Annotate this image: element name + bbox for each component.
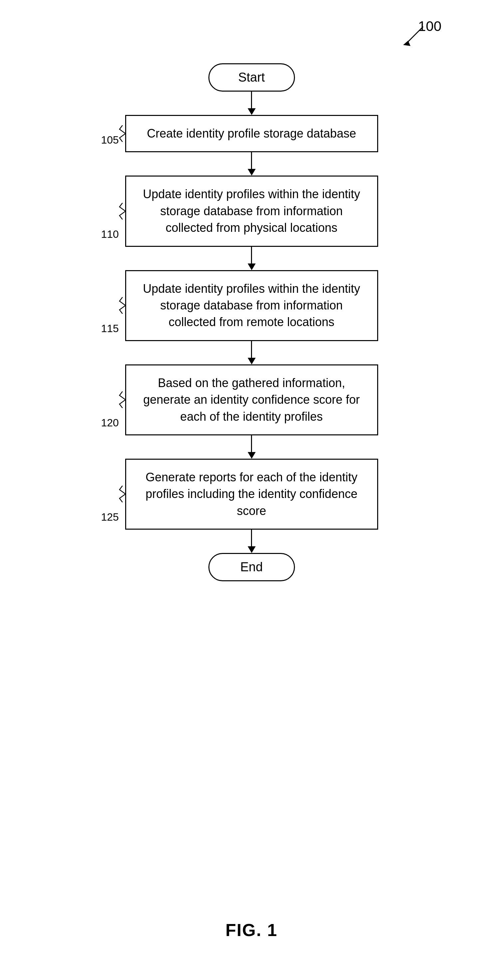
arrow-110-to-115 <box>248 247 255 270</box>
start-terminal: Start <box>208 63 295 92</box>
process-box-105: 105 Create identity profile storage data… <box>125 115 378 152</box>
step-110-label: 110 <box>101 227 119 242</box>
step-120-text: Based on the gathered information, gener… <box>143 376 360 423</box>
break-mark-115 <box>119 297 126 314</box>
arrow-120-to-125 <box>248 435 255 459</box>
step-115-label: 115 <box>101 321 119 336</box>
flowchart: Start 105 Create identity profile storag… <box>115 63 388 581</box>
svg-line-0 <box>406 27 423 43</box>
figure-label: FIG. 1 <box>225 920 277 940</box>
svg-marker-1 <box>403 41 411 46</box>
arrow-start-to-105 <box>248 92 255 115</box>
arrow-115-to-120 <box>248 341 255 364</box>
break-mark-120 <box>119 391 126 408</box>
step-125-text: Generate reports for each of the identit… <box>146 470 357 518</box>
break-mark-110 <box>119 203 126 220</box>
process-box-120: 120 Based on the gathered information, g… <box>125 364 378 435</box>
step-105-label: 105 <box>101 132 119 148</box>
step-110-text: Update identity profiles within the iden… <box>143 187 360 234</box>
process-box-110: 110 Update identity profiles within the … <box>125 175 378 247</box>
step-125-label: 125 <box>101 510 119 525</box>
step-115-text: Update identity profiles within the iden… <box>143 282 360 329</box>
process-box-125: 125 Generate reports for each of the ide… <box>125 459 378 530</box>
arrow-105-to-110 <box>248 152 255 175</box>
diagram-container: 100 Start 105 Create identity profile st… <box>0 0 503 980</box>
end-terminal: End <box>208 553 295 581</box>
arrow-125-to-end <box>248 530 255 553</box>
reference-arrow-icon <box>397 23 430 50</box>
break-mark-105 <box>119 125 126 142</box>
step-105-text: Create identity profile storage database <box>147 127 356 140</box>
process-box-115: 115 Update identity profiles within the … <box>125 270 378 341</box>
step-120-label: 120 <box>101 415 119 430</box>
break-mark-125 <box>119 486 126 502</box>
